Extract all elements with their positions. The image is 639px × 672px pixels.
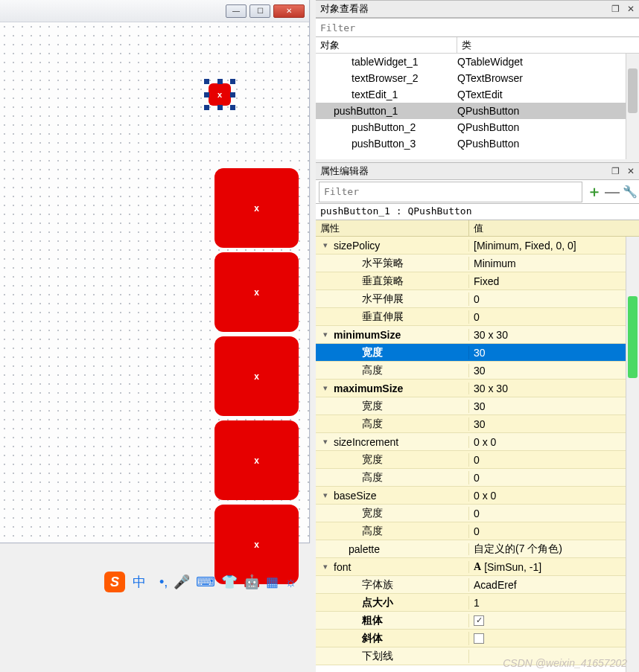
- minimize-button[interactable]: —: [226, 4, 247, 18]
- large-pushbutton[interactable]: x: [214, 252, 299, 332]
- pushbutton-1[interactable]: x: [209, 83, 231, 106]
- property-label: 高度: [334, 364, 383, 377]
- expand-icon[interactable]: ▾: [320, 330, 331, 339]
- ime-tool-icon[interactable]: •,: [159, 575, 168, 589]
- design-window: — ☐ ✕ x xxxxx: [0, 0, 310, 543]
- undock-icon[interactable]: ❐: [611, 4, 620, 14]
- property-row[interactable]: 宽度0: [316, 451, 639, 469]
- large-pushbutton[interactable]: x: [214, 336, 299, 416]
- settings-icon[interactable]: 🔧: [621, 183, 639, 201]
- property-row[interactable]: 宽度30: [316, 397, 639, 415]
- property-editor-header: 属性编辑器 ❐ ✕: [316, 162, 639, 180]
- property-row[interactable]: 宽度0: [316, 505, 639, 522]
- ime-tool-icon[interactable]: 🤖: [244, 575, 260, 589]
- expand-icon[interactable]: ▾: [320, 240, 331, 250]
- add-property-button[interactable]: ＋: [585, 183, 603, 201]
- property-row[interactable]: ▾sizePolicy[Minimum, Fixed, 0, 0]: [316, 237, 639, 255]
- design-surface[interactable]: x xxxxx: [0, 22, 309, 543]
- property-row[interactable]: ▾baseSize0 x 0: [316, 487, 639, 505]
- close-button[interactable]: ✕: [273, 4, 305, 18]
- property-label: 垂直伸展: [334, 310, 404, 324]
- expand-icon[interactable]: ▾: [320, 437, 331, 447]
- property-label: font: [334, 561, 351, 573]
- property-label: 粗体: [334, 614, 383, 627]
- ime-tool-icon[interactable]: 🎤: [174, 575, 190, 589]
- property-label: 宽度: [334, 346, 383, 359]
- property-row[interactable]: 粗体✓: [316, 612, 639, 630]
- object-list[interactable]: tableWidget_1QTableWidgettextBrowser_2QT…: [316, 54, 639, 159]
- expand-icon[interactable]: ▾: [320, 490, 331, 500]
- close-icon[interactable]: ✕: [627, 166, 635, 176]
- ime-tool-icon[interactable]: ⌨: [196, 575, 215, 589]
- property-row[interactable]: 垂直伸展0: [316, 308, 639, 326]
- property-label: maximumSize: [334, 383, 403, 394]
- property-row[interactable]: 水平策略Minimum: [316, 255, 639, 272]
- close-icon[interactable]: ✕: [627, 4, 635, 14]
- ime-lang[interactable]: 中: [133, 573, 146, 591]
- property-row[interactable]: 高度0: [316, 469, 639, 487]
- remove-property-button[interactable]: —: [603, 183, 621, 201]
- object-scrollbar[interactable]: [626, 54, 639, 159]
- col-class[interactable]: 类: [457, 37, 476, 53]
- col-property[interactable]: 属性: [316, 220, 469, 236]
- property-label: 垂直策略: [334, 275, 404, 288]
- property-row[interactable]: ▾maximumSize30 x 30: [316, 380, 639, 397]
- property-row[interactable]: 高度30: [316, 362, 639, 380]
- property-row[interactable]: ▾fontA[SimSun, -1]: [316, 558, 639, 576]
- checkbox[interactable]: [474, 633, 484, 644]
- property-row[interactable]: 字体族AcadEref: [316, 576, 639, 594]
- property-value: 0: [474, 472, 480, 484]
- property-value: 0: [474, 293, 480, 305]
- object-tree-row[interactable]: pushButton_2QPushButton: [316, 119, 639, 135]
- property-row[interactable]: 高度30: [316, 415, 639, 433]
- object-tree-row[interactable]: textEdit_1QTextEdit: [316, 86, 639, 103]
- property-row[interactable]: palette自定义的(7 个角色): [316, 540, 639, 558]
- undock-icon[interactable]: ❐: [611, 166, 620, 176]
- expand-icon[interactable]: ▾: [320, 562, 331, 572]
- property-value: 30: [474, 347, 486, 359]
- property-label: 高度: [334, 417, 383, 431]
- object-tree-row[interactable]: textBrowser_2QTextBrowser: [316, 70, 639, 86]
- property-scrollbar[interactable]: [626, 237, 639, 672]
- property-value: 1: [474, 597, 480, 609]
- property-row[interactable]: ▾sizeIncrement0 x 0: [316, 433, 639, 451]
- ime-logo[interactable]: S: [104, 572, 125, 592]
- expand-icon[interactable]: ▾: [320, 383, 331, 393]
- property-value: 0: [474, 311, 480, 323]
- property-row[interactable]: ▾minimumSize30 x 30: [316, 326, 639, 344]
- object-tree-row[interactable]: tableWidget_1QTableWidget: [316, 54, 639, 70]
- property-row[interactable]: 垂直策略Fixed: [316, 272, 639, 290]
- property-value: 30 x 30: [474, 329, 508, 341]
- large-pushbutton[interactable]: x: [214, 168, 299, 248]
- property-value: 0 x 0: [474, 490, 496, 502]
- property-row[interactable]: 高度0: [316, 522, 639, 540]
- property-row[interactable]: 斜体: [316, 630, 639, 647]
- property-row[interactable]: 水平伸展0: [316, 290, 639, 308]
- ime-tool-icon[interactable]: ▦: [266, 575, 279, 589]
- object-tree-row[interactable]: pushButton_1QPushButton: [316, 103, 639, 119]
- large-pushbutton[interactable]: x: [214, 420, 299, 500]
- property-list[interactable]: ▾sizePolicy[Minimum, Fixed, 0, 0]水平策略Min…: [316, 237, 639, 672]
- object-filter-input[interactable]: [316, 18, 639, 37]
- property-label: baseSize: [334, 490, 377, 502]
- col-object[interactable]: 对象: [316, 37, 457, 53]
- col-value[interactable]: 值: [469, 220, 488, 236]
- ime-tool-icon[interactable]: ☼: [284, 575, 297, 589]
- ime-tool-icon[interactable]: 👕: [221, 575, 238, 589]
- property-row[interactable]: 点大小1: [316, 594, 639, 612]
- property-value: 0 x 0: [474, 436, 496, 448]
- property-label: 水平伸展: [334, 292, 404, 306]
- property-value: 0: [474, 525, 480, 537]
- property-label: 宽度: [334, 453, 383, 467]
- property-editor-panel: 属性编辑器 ❐ ✕ ＋ — 🔧 pushButton_1 : QPushButt…: [316, 162, 639, 672]
- checkbox[interactable]: ✓: [474, 615, 484, 626]
- property-value: 30: [474, 418, 486, 430]
- property-label: 点大小: [334, 596, 393, 609]
- property-row[interactable]: 宽度30: [316, 344, 639, 362]
- property-filter-input[interactable]: [319, 182, 582, 202]
- object-tree-row[interactable]: pushButton_3QPushButton: [316, 135, 639, 152]
- property-value: 0: [474, 454, 480, 466]
- property-label: sizePolicy: [334, 240, 380, 252]
- maximize-button[interactable]: ☐: [249, 4, 270, 18]
- property-label: 高度: [334, 525, 383, 538]
